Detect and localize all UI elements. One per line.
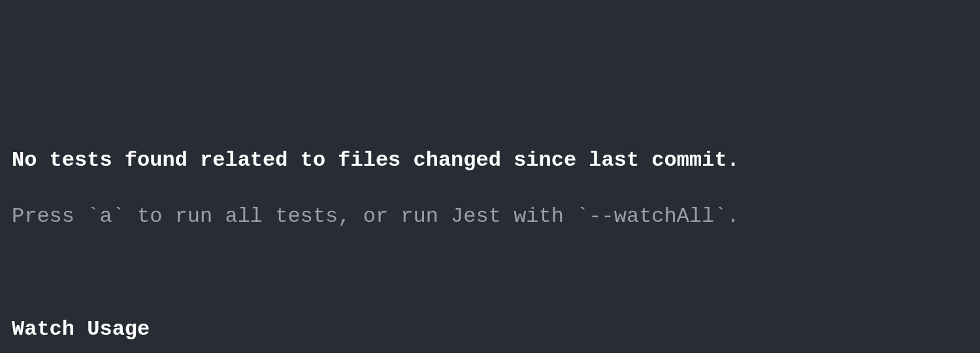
hint-end: . <box>727 204 740 228</box>
hint-flag: --watchAll <box>589 204 714 228</box>
hint-mid: to run all tests, or run Jest with <box>125 204 576 228</box>
backtick-close: ` <box>112 204 125 228</box>
hint-line: Press `a` to run all tests, or run Jest … <box>12 202 968 230</box>
blank-line <box>12 259 968 287</box>
backtick-open-2: ` <box>576 204 589 228</box>
backtick-open: ` <box>87 204 99 228</box>
hint-key-a: a <box>99 204 112 228</box>
no-tests-text: No tests found related to files changed … <box>12 148 740 172</box>
hint-prefix: Press <box>12 204 87 228</box>
backtick-close-2: ` <box>714 204 727 228</box>
no-tests-message: No tests found related to files changed … <box>12 146 968 174</box>
watch-usage-title: Watch Usage <box>12 315 968 343</box>
terminal-output: No tests found related to files changed … <box>12 118 968 353</box>
